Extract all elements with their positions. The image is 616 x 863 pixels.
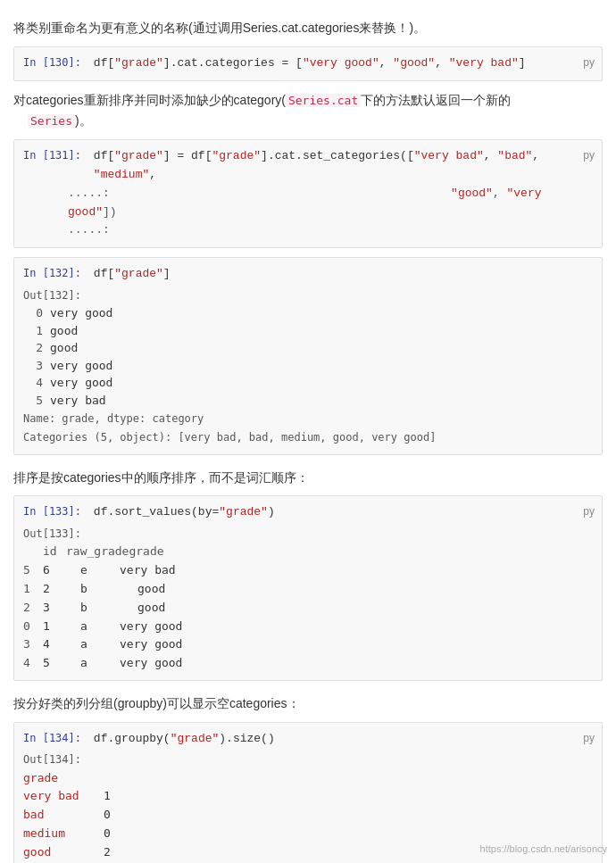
highlight-series-cat: Series.cat [286, 94, 361, 107]
out-row-2: 2 good [23, 339, 593, 357]
cell-133-output: Out[133]: id raw_grade grade 5 6 e very … [23, 526, 593, 673]
in-label-134: In [134]: [23, 730, 81, 747]
code-cell-133: py In [133]: df.sort_values(by="grade") … [13, 495, 603, 681]
cell-133-code: df.sort_values(by="grade") [94, 503, 593, 522]
out-meta1-132: Name: grade, dtype: category [23, 411, 593, 427]
table-row-133-2: 2 3 b good [23, 599, 593, 618]
out-label-133: Out[133]: [23, 526, 587, 543]
out-row-0: 0 very good [23, 304, 593, 322]
groupby-row-verybad: very bad 1 [23, 787, 593, 806]
table-row-133-5: 5 6 e very bad [23, 561, 593, 580]
in-label-132: In [132]: [23, 265, 81, 282]
py-label-133: py [583, 503, 595, 520]
intro-text-4: 按分好类的列分组(groupby)可以显示空categories： [13, 693, 603, 715]
table-row-133-3: 3 4 a very good [23, 635, 593, 654]
highlight-series: Series [28, 114, 75, 128]
in-label-131: In [131]: [23, 147, 81, 164]
out-label-134: Out[134]: [23, 751, 587, 768]
cell-131-cont2: .....: [23, 221, 593, 240]
cell-131-input-line1: In [131]: df["grade"] = df["grade"].cat.… [23, 147, 593, 185]
grade-column-label: grade [23, 769, 104, 788]
py-label-131: py [583, 147, 595, 164]
py-label-130: py [583, 54, 595, 71]
intro1-text: 将类别重命名为更有意义的名称(通过调用Series.cat.categories… [13, 21, 426, 35]
code-cell-131: py In [131]: df["grade"] = df["grade"].c… [13, 139, 603, 248]
groupby-row-medium: medium 0 [23, 825, 593, 843]
groupby-grade-label: grade [23, 769, 593, 788]
out-row-1: 1 good [23, 322, 593, 340]
table-row-133-4: 4 5 a very good [23, 654, 593, 673]
out-label-132: Out[132]: [23, 287, 587, 304]
intro-text-3: 排序是按categories中的顺序排序，而不是词汇顺序： [13, 468, 603, 489]
cell-134-code: df.groupby("grade").size() [94, 730, 593, 749]
out-row-4: 4 very good [23, 374, 593, 392]
in-label-130: In [130]: [23, 54, 81, 71]
intro3-text: 排序是按categories中的顺序排序，而不是词汇顺序： [13, 470, 309, 485]
out-row-5: 5 very bad [23, 392, 593, 410]
main-content: 将类别重命名为更有意义的名称(通过调用Series.cat.categories… [0, 0, 616, 863]
in-label-133: In [133]: [23, 503, 81, 520]
watermark: https://blog.csdn.net/arisoncy [480, 843, 607, 854]
code-cell-134: py In [134]: df.groupby("grade").size() … [13, 722, 603, 863]
intro-text-2: 对categories重新排序并同时添加缺少的category(Series.c… [13, 90, 603, 133]
cell-132-output: Out[132]: 0 very good 1 good 2 good 3 ve… [23, 287, 593, 447]
cell-132-input: In [132]: df["grade"] [23, 265, 593, 284]
table-header-133: id raw_grade grade [23, 543, 593, 561]
series-indent: Series)。 [13, 113, 92, 128]
code-cell-130: py In [130]: df["grade"].cat.categories … [13, 46, 603, 81]
cell-132-code: df["grade"] [94, 265, 593, 284]
table-row-133-1: 1 2 b good [23, 580, 593, 599]
code-cell-132: In [132]: df["grade"] Out[132]: 0 very g… [13, 257, 603, 454]
intro-text-1: 将类别重命名为更有意义的名称(通过调用Series.cat.categories… [13, 18, 603, 39]
out-meta2-132: Categories (5, object): [very bad, bad, … [23, 429, 593, 446]
py-label-134: py [583, 730, 595, 747]
groupby-row-bad: bad 0 [23, 806, 593, 825]
cell-131-code-line1: df["grade"] = df["grade"].cat.set_catego… [94, 147, 593, 185]
cell-133-input: In [133]: df.sort_values(by="grade") [23, 503, 593, 522]
table-row-133-0: 0 1 a very good [23, 618, 593, 636]
cell-130-input: In [130]: df["grade"].cat.categories = [… [23, 54, 593, 73]
cell-130-code: df["grade"].cat.categories = ["very good… [94, 54, 593, 73]
intro4-text: 按分好类的列分组(groupby)可以显示空categories： [13, 696, 300, 710]
cell-134-input: In [134]: df.groupby("grade").size() [23, 730, 593, 749]
out-row-3: 3 very good [23, 357, 593, 375]
cell-131-cont1: .....: "good", "very good"]) [23, 185, 593, 222]
